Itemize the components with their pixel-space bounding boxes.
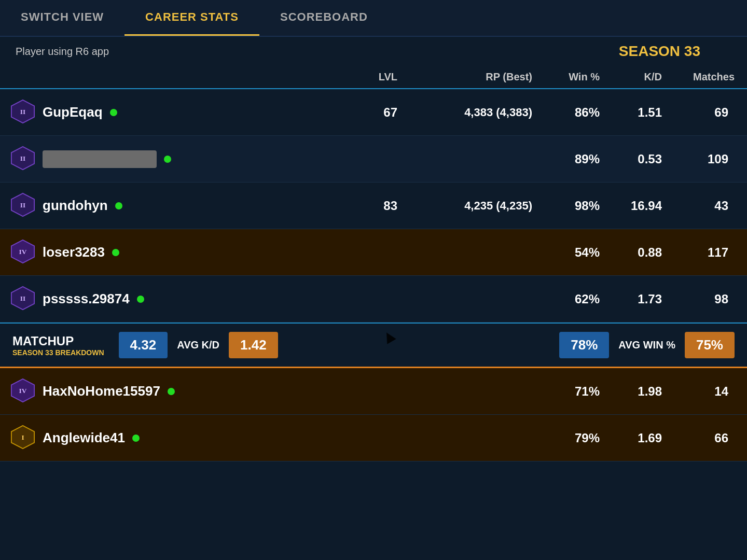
player-matches: 14 <box>674 384 747 399</box>
svg-text:II: II <box>20 107 25 115</box>
player-win: 54% <box>545 245 612 260</box>
censored-name <box>43 150 157 168</box>
table-row[interactable]: IIgundohyn834,235 (4,235)98%16.9443 <box>0 183 747 229</box>
table-row[interactable]: II89%0.53109 <box>0 136 747 183</box>
svg-text:IV: IV <box>19 386 27 394</box>
player-name: loser3283 <box>43 244 105 260</box>
table-row[interactable]: IIpsssss.2987462%1.7398 <box>0 276 747 323</box>
online-indicator <box>110 109 117 116</box>
svg-text:II: II <box>20 294 25 302</box>
rank-badge: II <box>10 192 35 219</box>
matchup-bar: MATCHUPSEASON 33 BREAKDOWN4.32AVG K/D1.4… <box>0 323 747 368</box>
stat-value-box: 1.42 <box>229 332 278 358</box>
player-win: 62% <box>545 292 612 306</box>
player-info: IVHaxNoHome15597 <box>0 378 348 405</box>
online-indicator <box>164 156 171 163</box>
online-indicator <box>112 249 119 256</box>
matchup-title-main: MATCHUP <box>12 334 104 348</box>
player-matches: 98 <box>674 292 747 306</box>
table-row[interactable]: IVloser328354%0.88117 <box>0 229 747 276</box>
svg-text:IV: IV <box>19 247 27 255</box>
player-kd: 1.51 <box>612 105 674 120</box>
player-kd: 1.98 <box>612 384 674 399</box>
rank-badge: IV <box>10 378 35 405</box>
rank-badge: II <box>10 286 35 313</box>
career-stats-button[interactable]: Career Stats <box>125 0 259 36</box>
top-navigation: Switch ViewCareer StatsScoreboard <box>0 0 747 37</box>
matchup-title: MATCHUPSEASON 33 BREAKDOWN <box>12 334 104 357</box>
table-row[interactable]: IIGupEqaq674,383 (4,383)86%1.5169 <box>0 89 747 136</box>
player-kd: 0.88 <box>612 245 674 260</box>
player-win: 79% <box>545 431 612 445</box>
col-header-player <box>0 71 348 83</box>
player-matches: 109 <box>674 152 747 166</box>
stat-value-box: 78% <box>559 332 609 358</box>
player-name: gundohyn <box>43 198 108 214</box>
scoreboard-button[interactable]: Scoreboard <box>259 0 389 36</box>
stat-label: AVG K/D <box>177 339 219 351</box>
player-matches: 117 <box>674 245 747 260</box>
player-kd: 1.69 <box>612 431 674 445</box>
svg-text:I: I <box>21 433 24 441</box>
svg-text:II: II <box>20 201 25 208</box>
player-kd: 1.73 <box>612 292 674 306</box>
player-rp: 4,383 (4,383) <box>410 106 545 119</box>
rank-badge: I <box>10 425 35 452</box>
table-row[interactable]: IAnglewide4179%1.6966 <box>0 415 747 461</box>
stat-value-box: 75% <box>685 332 735 358</box>
player-info: II <box>0 146 348 173</box>
col-header-kd: K/D <box>612 71 674 83</box>
player-matches: 43 <box>674 199 747 213</box>
player-info: IIGupEqaq <box>0 99 348 126</box>
player-info: IIgundohyn <box>0 192 348 219</box>
player-lvl: 83 <box>348 199 410 213</box>
player-info: IAnglewide41 <box>0 425 348 452</box>
season-label: SEASON 33 <box>619 43 700 60</box>
player-matches: 66 <box>674 431 747 445</box>
col-header-win: Win % <box>545 71 612 83</box>
stat-value-box: 4.32 <box>119 332 168 358</box>
player-win: 89% <box>545 152 612 166</box>
column-headers: LVLRP (Best)Win %K/DMatches <box>0 66 747 89</box>
player-label: Player using R6 app <box>16 46 109 58</box>
online-indicator <box>132 435 140 442</box>
table-row[interactable]: IVHaxNoHome1559771%1.9814 <box>0 368 747 415</box>
stat-label: AVG WIN % <box>618 339 675 351</box>
player-name: Anglewide41 <box>43 430 125 446</box>
player-rp: 4,235 (4,235) <box>410 199 545 213</box>
svg-text:II: II <box>20 154 25 162</box>
player-name: psssss.29874 <box>43 291 130 307</box>
switch-view-button[interactable]: Switch View <box>0 0 125 36</box>
online-indicator <box>137 296 144 303</box>
online-indicator <box>168 388 175 395</box>
player-info: IVloser3283 <box>0 239 348 266</box>
col-header-matches: Matches <box>674 71 747 83</box>
player-info: IIpsssss.29874 <box>0 286 348 313</box>
rank-badge: II <box>10 99 35 126</box>
player-lvl: 67 <box>348 105 410 120</box>
player-name: HaxNoHome15597 <box>43 383 160 399</box>
player-win: 86% <box>545 105 612 120</box>
col-header-rp: RP (Best) <box>410 71 545 83</box>
player-kd: 16.94 <box>612 199 674 213</box>
matchup-title-sub: SEASON 33 BREAKDOWN <box>12 348 104 357</box>
player-win: 98% <box>545 199 612 213</box>
online-indicator <box>115 202 122 209</box>
player-name: GupEqaq <box>43 104 103 120</box>
col-header-lvl: LVL <box>348 71 410 83</box>
rank-badge: IV <box>10 239 35 266</box>
player-win: 71% <box>545 384 612 399</box>
player-matches: 69 <box>674 105 747 120</box>
rank-badge: II <box>10 146 35 173</box>
player-kd: 0.53 <box>612 152 674 166</box>
info-row: Player using R6 appSEASON 33 <box>0 37 747 66</box>
